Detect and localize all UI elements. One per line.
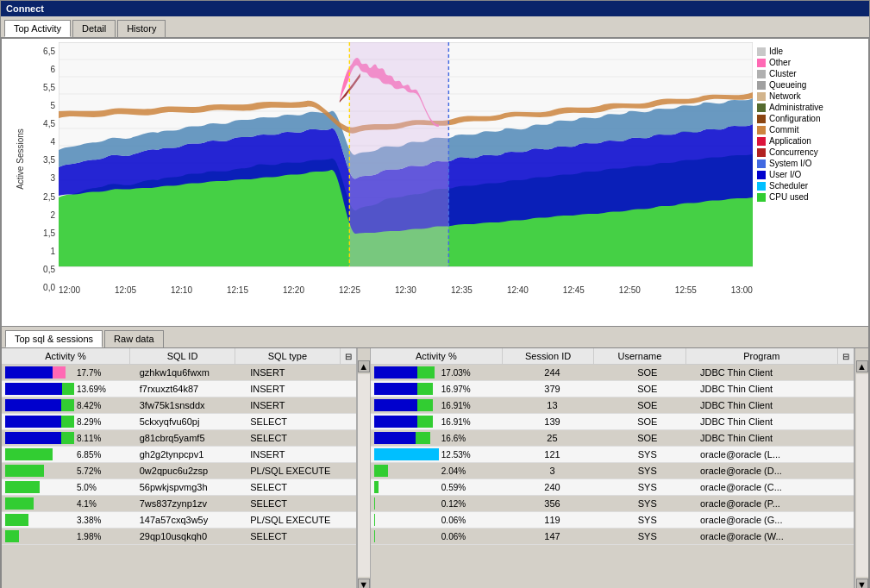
activity-cell: 13.69% <box>2 381 135 397</box>
legend-label: System I/O <box>769 159 811 168</box>
session-table-row[interactable]: 16.91% 13 SOE JDBC Thin Client <box>371 397 854 414</box>
scrollbar-track[interactable] <box>358 374 370 577</box>
tab-detail[interactable]: Detail <box>72 20 116 37</box>
sql-id-cell: f7rxuxzt64k87 <box>135 382 246 396</box>
program-cell: oracle@oracle (L... <box>695 447 854 461</box>
col-program: Program <box>686 348 838 364</box>
activity-bar <box>5 465 74 477</box>
col-activity-pct-sql: Activity % <box>2 348 130 364</box>
sess-cpu-bar <box>374 497 375 510</box>
session-id-cell: 244 <box>504 366 599 379</box>
sess-activity-bar <box>374 530 439 542</box>
session-table-row[interactable]: 2.04% 3 SYS oracle@oracle (D... <box>371 463 854 479</box>
legend-color <box>757 182 766 191</box>
sess-io-bar <box>416 432 430 444</box>
session-scrollbar[interactable]: ▲ ▼ <box>854 348 868 588</box>
activity-pct-label: 6.85% <box>77 450 101 460</box>
scrollbar-down[interactable]: ▼ <box>358 579 370 588</box>
cpu-bar <box>5 366 53 378</box>
sql-table-row[interactable]: 8.42% 3fw75k1snsddx INSERT <box>2 397 356 414</box>
sess-cpu-bar <box>374 530 375 542</box>
sess-activity-bar <box>374 448 439 460</box>
sess-pct-label: 0.59% <box>441 483 466 492</box>
activity-pct-label: 17.7% <box>77 368 101 378</box>
scrollbar-up-2[interactable]: ▲ <box>856 360 868 372</box>
sql-table-row[interactable]: 17.7% gzhkw1qu6fwxm INSERT <box>2 365 356 381</box>
sql-id-cell: 7ws837zynp1zv <box>135 497 246 510</box>
activity-pct-label: 13.69% <box>77 385 106 394</box>
col-activity-pct-sess: Activity % <box>371 348 503 364</box>
legend-item: Application <box>757 136 861 146</box>
sess-activity-cell: 0.06% <box>371 512 504 528</box>
x-axis: 12:0012:0512:1012:1512:2012:2512:3012:35… <box>59 285 753 295</box>
tab-history[interactable]: History <box>117 20 166 37</box>
y-tick: 4 <box>50 137 55 147</box>
session-table-row[interactable]: 0.59% 240 SYS oracle@oracle (C... <box>371 479 854 496</box>
program-cell: JDBC Thin Client <box>695 366 854 379</box>
session-table-row[interactable]: 12.53% 121 SYS oracle@oracle (L... <box>371 447 854 463</box>
activity-bar <box>5 530 74 542</box>
sql-table-row[interactable]: 5.0% 56pwkjspvmg3h SELECT <box>2 479 356 496</box>
session-id-cell: 25 <box>504 431 599 445</box>
legend-color <box>757 160 766 168</box>
y-tick: 2 <box>50 210 55 220</box>
sql-id-cell: 56pwkjspvmg3h <box>135 480 246 494</box>
sql-table-scroll[interactable]: 17.7% gzhkw1qu6fwxm INSERT 13.69% f7rxux… <box>2 365 356 588</box>
sql-table-row[interactable]: 4.1% 7ws837zynp1zv SELECT <box>2 496 356 512</box>
sql-table-row[interactable]: 1.98% 29qp10usqkqh0 SELECT <box>2 529 356 545</box>
y-tick: 2,5 <box>43 192 55 202</box>
sess-activity-cell: 16.91% <box>371 397 504 413</box>
tab-top-sql[interactable]: Top sql & sessions <box>5 330 103 347</box>
legend-item: Idle <box>757 47 861 56</box>
scrollbar-down-2[interactable]: ▼ <box>856 579 868 588</box>
session-id-cell: 147 <box>504 529 599 543</box>
session-filter-icon[interactable]: ⊟ <box>838 348 854 364</box>
activity-bar <box>5 497 74 510</box>
sess-io-bar <box>417 416 433 428</box>
legend-label: Commit <box>769 125 798 134</box>
tab-top-activity[interactable]: Top Activity <box>4 20 71 37</box>
session-table-row[interactable]: 16.91% 139 SOE JDBC Thin Client <box>371 414 854 430</box>
sql-table-row[interactable]: 8.11% g81cbrq5yamf5 SELECT <box>2 430 356 447</box>
session-table-row[interactable]: 0.12% 356 SYS oracle@oracle (P... <box>371 496 854 512</box>
chart-section: Active Sessions 6,565,554,543,532,521,51… <box>1 38 869 327</box>
extra-bar <box>53 366 66 378</box>
program-cell: oracle@oracle (C... <box>695 480 854 494</box>
legend-color <box>757 171 766 179</box>
legend-color <box>757 137 766 146</box>
session-id-cell: 139 <box>504 415 599 428</box>
activity-bar <box>5 416 74 428</box>
legend-item: System I/O <box>757 159 861 168</box>
sql-table-row[interactable]: 13.69% f7rxuxzt64k87 INSERT <box>2 381 356 397</box>
x-tick: 12:10 <box>171 285 192 295</box>
activity-cell: 3.38% <box>2 512 135 528</box>
sql-table-row[interactable]: 8.29% 5ckxyqfvu60pj SELECT <box>2 414 356 430</box>
scrollbar-up[interactable]: ▲ <box>358 360 370 372</box>
session-table-scroll[interactable]: 17.03% 244 SOE JDBC Thin Client 16.97% 3… <box>371 365 854 588</box>
session-table-row[interactable]: 0.06% 119 SYS oracle@oracle (G... <box>371 512 854 529</box>
session-table-row[interactable]: 16.6% 25 SOE JDBC Thin Client <box>371 430 854 447</box>
username-cell: SOE <box>600 398 695 412</box>
sess-activity-bar <box>374 481 439 493</box>
legend-item: Commit <box>757 125 861 134</box>
sql-scrollbar[interactable]: ▲ ▼ <box>357 348 371 588</box>
tab-raw-data[interactable]: Raw data <box>104 330 163 347</box>
sql-table-row[interactable]: 3.38% 147a57cxq3w5y PL/SQL EXECUTE <box>2 512 356 529</box>
sess-cpu-bar <box>374 366 417 378</box>
cpu-bar <box>5 448 53 460</box>
sql-filter-icon[interactable]: ⊟ <box>341 348 356 364</box>
session-table-row[interactable]: 0.06% 147 SYS oracle@oracle (W... <box>371 529 854 545</box>
sql-table-row[interactable]: 6.85% gh2g2tynpcpv1 INSERT <box>2 447 356 463</box>
cpu-bar <box>5 383 62 395</box>
scrollbar-track-2[interactable] <box>856 374 868 577</box>
legend-label: Cluster <box>769 69 797 78</box>
sess-cpu-bar <box>374 481 379 493</box>
sess-activity-cell: 16.91% <box>371 414 504 429</box>
sess-cpu-bar <box>374 399 417 411</box>
sql-table-section: Activity % SQL ID SQL type ⊟ 17.7% gzhkw… <box>2 348 357 588</box>
legend-label: Administrative <box>769 103 823 112</box>
session-table-row[interactable]: 16.97% 379 SOE JDBC Thin Client <box>371 381 854 397</box>
sess-cpu-bar <box>374 448 439 460</box>
session-table-row[interactable]: 17.03% 244 SOE JDBC Thin Client <box>371 365 854 381</box>
sql-table-row[interactable]: 5.72% 0w2qpuc6u2zsp PL/SQL EXECUTE <box>2 463 356 479</box>
